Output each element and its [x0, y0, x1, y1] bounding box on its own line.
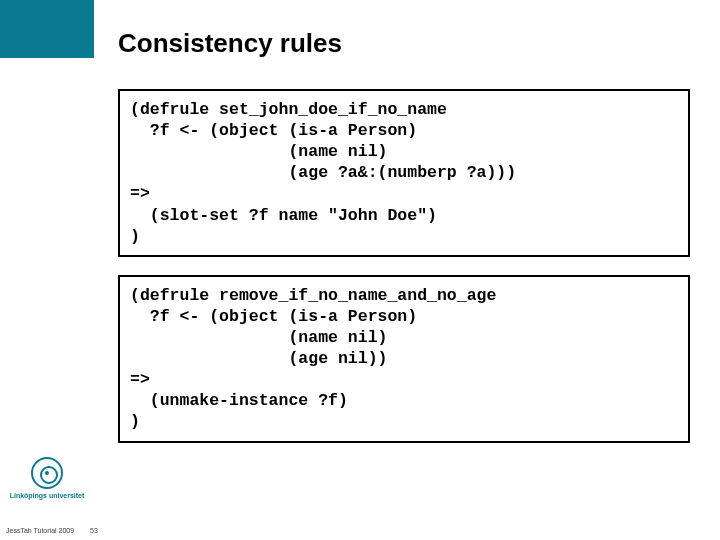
university-name: Linköpings universitet	[0, 492, 94, 499]
university-seal-icon	[31, 457, 63, 489]
slide-content: Consistency rules (defrule set_john_doe_…	[118, 28, 690, 461]
code-text-2: (defrule remove_if_no_name_and_no_age ?f…	[130, 285, 678, 433]
footer-label: JessTab Tutorial 2009	[6, 527, 74, 534]
left-sidebar: Linköpings universitet	[0, 0, 94, 540]
slide-footer: JessTab Tutorial 2009 53	[6, 527, 98, 534]
code-block-1: (defrule set_john_doe_if_no_name ?f <- (…	[118, 89, 690, 257]
university-logo-block: Linköpings universitet	[0, 457, 94, 499]
slide-title: Consistency rules	[118, 28, 690, 59]
code-block-2: (defrule remove_if_no_name_and_no_age ?f…	[118, 275, 690, 443]
brand-color-block	[0, 0, 94, 58]
code-text-1: (defrule set_john_doe_if_no_name ?f <- (…	[130, 99, 678, 247]
slide-number: 53	[90, 527, 98, 534]
